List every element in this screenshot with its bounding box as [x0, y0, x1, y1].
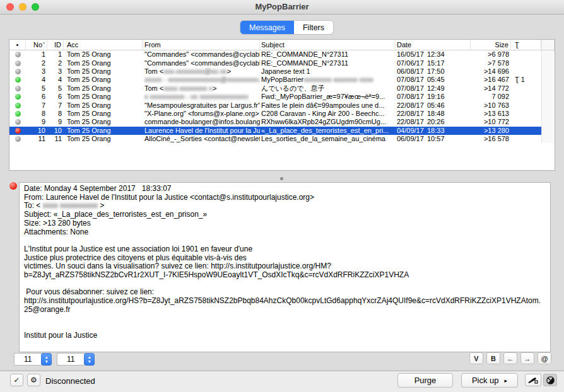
cell-subject: Japanese text 1 — [260, 67, 396, 76]
text-segment: MyPopBarrier — [261, 76, 303, 84]
cell-acc: Tom 25 Orang — [64, 110, 143, 118]
table-row[interactable]: 33Tom 25 OrangTom <xxx-xxxxxxxx@xx.xx>Ja… — [9, 67, 555, 76]
stepper-left-control[interactable]: ▲▼ — [41, 353, 52, 366]
table-row[interactable]: 66Tom 25 Orangx xxxxxxxxxx - xx xxxxxxxx… — [9, 93, 555, 101]
cell-no: 4 — [26, 76, 47, 84]
preview-line: Size: >13 280 bytes — [24, 219, 550, 228]
stepper-right-value[interactable]: 11 — [57, 353, 84, 366]
table-row[interactable]: 88Tom 25 Orang"X-Plane.org" <forums@x-pl… — [9, 110, 555, 118]
header-subject[interactable]: Subject — [260, 40, 396, 50]
message-list-body: 11Tom 25 Orang"Commandes" <commandes@cyc… — [9, 50, 555, 143]
purge-button[interactable]: Purge — [397, 373, 453, 388]
cell-from: "X-Plane.org" <forums@x-plane.org> — [143, 110, 260, 118]
splitter-handle[interactable] — [280, 177, 283, 180]
text-segment: RE:_COMMANDE_N°27311 — [261, 50, 348, 59]
date-value: 07/08/17 — [397, 84, 427, 93]
text-segment: Fwd:_MyPopBarrier_æ=97¥æœ¬èª=9... — [261, 93, 385, 101]
tab-messages[interactable]: Messages — [240, 21, 294, 34]
pen-button[interactable] — [525, 374, 541, 386]
verify-checkbox-button[interactable]: ✓ — [10, 374, 23, 386]
cell-scroll-track — [541, 127, 555, 135]
time-value: 18:33 — [427, 127, 445, 135]
header-no[interactable]: Noˆ — [26, 40, 47, 50]
table-row[interactable]: 1111Tom 25 OrangAlloCiné_-_Sorties <cont… — [9, 135, 555, 143]
preview-line — [24, 323, 550, 331]
header-id[interactable]: ID — [47, 40, 64, 50]
date-value: 22/08/17 — [397, 110, 427, 118]
cell-tag — [511, 110, 541, 118]
cell-tag — [511, 118, 541, 126]
text-segment: Pour vous désabonner: suivez ce lien: — [24, 287, 154, 296]
cell-subject: RXhww6lkaXRpb24gZGUgdm90cmUg... — [260, 118, 396, 126]
header-status[interactable]: • — [9, 40, 26, 50]
pickup-button[interactable]: Pick up ▸ — [461, 373, 518, 388]
purge-label: Purge — [414, 376, 437, 385]
time-value: 17:50 — [427, 67, 445, 76]
preview-line — [24, 236, 550, 245]
preview-line: victimes. Un souci dans la visualisation… — [24, 262, 550, 271]
dial-button[interactable] — [543, 374, 557, 386]
table-row[interactable]: 99Tom 25 Orangcommande-boulanger@infos.b… — [9, 118, 555, 126]
header-size[interactable]: Size — [471, 40, 511, 50]
text-segment: Faites le plein dâ€=99ampoules une d... — [261, 101, 384, 110]
preview-pane[interactable]: Date: Monday 4 September 2017 18:33:07Fr… — [19, 182, 551, 352]
cell-scroll-track — [541, 67, 555, 76]
cell-from: AlloCiné_-_Sorties <contact@newslett... — [143, 135, 260, 143]
preview-line: b=Z8Jyt_aRZS758tikNSZ2bCvR1r2XUT_I-7KlE5… — [24, 271, 550, 280]
cell-subject: C208 Caravan - King Air 200 - Beechc... — [260, 110, 396, 118]
cell-scroll-track — [541, 101, 555, 109]
text-segment: Laurence Havel de l'Institut pour la Ju.… — [144, 127, 260, 135]
at-button[interactable]: @ — [538, 352, 551, 364]
cell-id: 1 — [47, 50, 64, 59]
table-row[interactable]: 55Tom 25 OrangTom <xxxx xxxxxxxx x>んでいるの… — [9, 84, 555, 93]
header-tag[interactable]: Ʈ — [511, 40, 541, 50]
text-segment: Les_sorties_de_la_semaine_au_cinéma — [261, 135, 385, 143]
table-row[interactable]: 22Tom 25 Orang"Commandes" <commandes@cyc… — [9, 59, 555, 67]
settings-button[interactable]: ⚙ — [27, 374, 40, 386]
status-dot — [15, 52, 21, 57]
tab-filters[interactable]: Filters — [294, 21, 333, 34]
sort-ascending-icon: ˆ — [43, 42, 45, 48]
cell-scroll-track — [541, 84, 555, 93]
time-value: 12:34 — [427, 50, 445, 59]
cell-acc: Tom 25 Orang — [64, 50, 143, 59]
cell-size: >16 578 — [471, 135, 511, 143]
cell-id: 2 — [47, 59, 64, 67]
cell-scroll-track — [541, 118, 555, 126]
text-segment: > — [227, 67, 231, 76]
cell-acc: Tom 25 Orang — [64, 67, 143, 76]
text-segment: L'Institut pour la Justice est une assoc… — [24, 245, 252, 253]
cell-tag — [511, 93, 541, 101]
cell-subject: Les_sorties_de_la_semaine_au_cinéma — [260, 135, 396, 143]
bottom-bar: ✓ ⚙ Disconnected Purge Pick up ▸ — [0, 371, 564, 392]
cell-tag — [511, 67, 541, 76]
cell-status — [9, 127, 26, 135]
table-row[interactable]: 44Tom 25 Orangxxxxx - xxxxxxxxxxxxxxx@xx… — [9, 76, 555, 84]
table-row[interactable]: 77Tom 25 Orang"Mesampoulesgratuites par … — [9, 101, 555, 109]
table-row[interactable]: 1010Tom 25 OrangLaurence Havel de l'Inst… — [9, 127, 555, 135]
b-button[interactable]: B — [486, 352, 500, 364]
cell-no: 5 — [26, 84, 47, 93]
cell-scroll-track — [541, 59, 555, 67]
cell-tag — [511, 59, 541, 67]
arrow-right-button[interactable]: → — [520, 352, 534, 364]
cell-date: 07/08/1719:16 — [396, 93, 471, 101]
header-scroll-track — [541, 40, 555, 50]
header-acc[interactable]: Acc — [64, 40, 143, 50]
stepper-right-control[interactable]: ▲▼ — [84, 353, 95, 366]
header-date[interactable]: Date — [396, 40, 471, 50]
arrow-left-button[interactable]: ← — [503, 352, 517, 364]
status-dot — [15, 128, 21, 134]
cell-id: 3 — [47, 67, 64, 76]
preview-line: Date: Monday 4 September 2017 18:33:07 — [24, 185, 550, 193]
v-button[interactable]: V — [469, 352, 483, 364]
time-value: 05:46 — [427, 101, 445, 110]
stepper-left-value[interactable]: 11 — [14, 353, 41, 366]
cell-from: commande-boulanger@infos.boulang... — [143, 118, 260, 126]
text-segment: "Commandes" <commandes@cyclable... — [144, 59, 260, 67]
cell-acc: Tom 25 Orang — [64, 101, 143, 109]
preview-line: 25@orange.fr — [24, 306, 550, 314]
header-from[interactable]: From — [143, 40, 260, 50]
table-row[interactable]: 11Tom 25 Orang"Commandes" <commandes@cyc… — [9, 50, 555, 59]
redacted-text: xxxx xxxxxxxx x — [163, 84, 213, 93]
